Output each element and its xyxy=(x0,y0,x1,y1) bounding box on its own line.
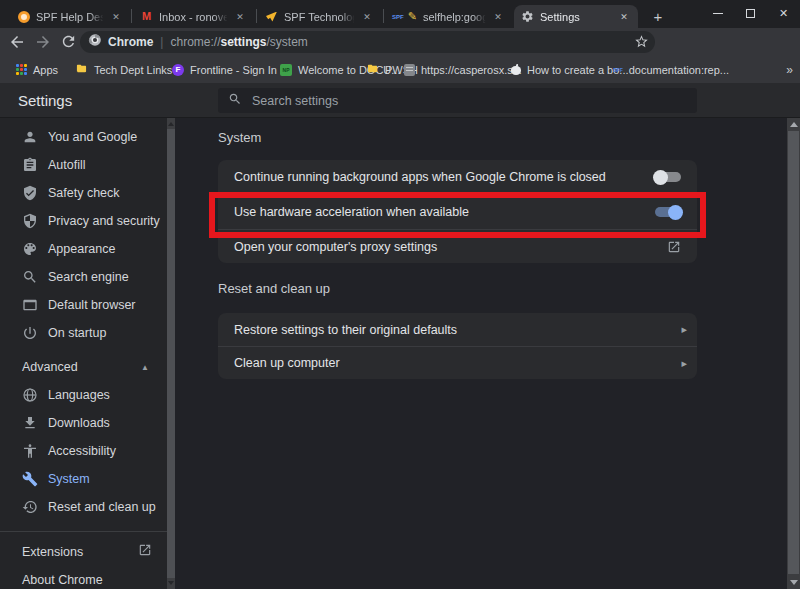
apple-icon xyxy=(511,64,521,75)
scroll-down-icon[interactable] xyxy=(790,580,798,585)
bookmarks-overflow-chevron[interactable]: » xyxy=(786,56,793,83)
forward-button[interactable] xyxy=(34,33,52,51)
bookmark-apps[interactable]: Apps xyxy=(16,56,58,83)
globe-icon xyxy=(22,387,38,403)
restore-icon xyxy=(22,499,38,515)
folder-icon xyxy=(75,63,88,76)
apps-grid-icon xyxy=(16,64,27,75)
sidebar-item-accessibility[interactable]: Accessibility xyxy=(0,437,167,465)
sidebar-divider xyxy=(0,531,167,532)
sidebar-item-reset-clean-up[interactable]: Reset and clean up xyxy=(0,493,167,521)
sidebar-item-downloads[interactable]: Downloads xyxy=(0,409,167,437)
bookmarks-bar: Apps Tech Dept Links F Frontline - Sign … xyxy=(0,56,800,83)
spf-favicon: SPF xyxy=(392,14,404,20)
sidebar-item-appearance[interactable]: Appearance xyxy=(0,235,167,263)
sidebar-item-safety-check[interactable]: Safety check xyxy=(0,179,167,207)
sidebar-item-search-engine[interactable]: Search engine xyxy=(0,263,167,291)
window-controls: ✕ xyxy=(701,0,800,26)
sidebar-item-default-browser[interactable]: Default browser xyxy=(0,291,167,319)
maximize-button[interactable] xyxy=(734,0,767,26)
close-icon[interactable]: ✕ xyxy=(617,10,631,24)
search-input[interactable] xyxy=(252,94,687,108)
close-icon[interactable]: ✕ xyxy=(109,10,123,24)
red-highlight-box xyxy=(209,192,706,238)
chevron-right-icon: ▸ xyxy=(681,357,687,370)
folder-icon xyxy=(366,63,379,76)
settings-search[interactable] xyxy=(218,88,697,113)
minimize-button[interactable] xyxy=(701,0,734,26)
tab-spf-help-desk[interactable]: SPF Help Desk - Grou ✕ xyxy=(10,5,130,28)
clipboard-icon xyxy=(22,157,38,173)
back-button[interactable] xyxy=(8,33,26,51)
bookmark-tech-dept-links[interactable]: Tech Dept Links xyxy=(75,56,172,83)
sidebar-advanced-toggle[interactable]: Advanced ▲ xyxy=(0,353,167,381)
bookmark-label: Apps xyxy=(33,64,58,76)
settings-body: You and Google Autofill Safety check Pri… xyxy=(0,118,800,589)
tab-spf-technology-helpdesk[interactable]: SPF Technology Helpd ✕ xyxy=(258,5,381,28)
row-restore-defaults[interactable]: Restore settings to their original defau… xyxy=(218,313,697,346)
close-window-button[interactable]: ✕ xyxy=(767,0,800,26)
row-clean-up-computer[interactable]: Clean up computer ▸ xyxy=(218,346,697,379)
paper-plane-icon xyxy=(265,10,278,23)
bookmark-star-icon[interactable] xyxy=(634,34,649,53)
sidebar-item-privacy-security[interactable]: Privacy and security xyxy=(0,207,167,235)
sidebar-item-about-chrome[interactable]: About Chrome xyxy=(0,566,167,589)
tab-divider xyxy=(131,9,132,23)
tab-gmail-inbox[interactable]: M Inbox - ronove@spfk1 ✕ xyxy=(133,5,254,28)
tab-label: Settings xyxy=(540,11,613,23)
lifebuoy-icon xyxy=(17,10,30,23)
sidebar-item-you-and-google[interactable]: You and Google xyxy=(0,123,167,151)
scrollbar-thumb[interactable] xyxy=(788,131,799,574)
url-text: chrome://settings/system xyxy=(170,35,307,49)
tab-strip: SPF Help Desk - Grou ✕ M Inbox - ronove@… xyxy=(0,0,800,28)
url-divider: | xyxy=(160,35,163,49)
bookmark-label: documentation:rep... xyxy=(629,64,729,76)
maximize-icon xyxy=(746,9,755,18)
main-scrollbar[interactable] xyxy=(787,118,800,589)
pencil-icon: ✎ xyxy=(408,10,417,23)
bookmark-label: Tech Dept Links xyxy=(94,64,172,76)
new-tab-button[interactable]: + xyxy=(646,5,670,28)
section-title-system: System xyxy=(218,130,261,145)
external-link-icon xyxy=(667,240,681,254)
browser-window: SPF Help Desk - Grou ✕ M Inbox - ronove@… xyxy=(0,0,800,589)
chrome-favicon xyxy=(88,33,102,51)
search-icon xyxy=(228,92,242,110)
bookmark-casperosx[interactable]: https://casperosx.s... xyxy=(404,56,522,83)
row-background-apps[interactable]: Continue running background apps when Go… xyxy=(218,160,697,194)
scroll-down-icon[interactable] xyxy=(168,581,174,585)
page-title: Settings xyxy=(18,83,72,118)
reset-card: Restore settings to their original defau… xyxy=(218,313,697,379)
close-icon[interactable]: ✕ xyxy=(233,10,247,24)
bookmark-how-to-create[interactable]: How to create a bo... xyxy=(511,56,629,83)
tab-divider xyxy=(256,9,257,23)
shield-check-icon xyxy=(22,185,38,201)
sidebar-item-autofill[interactable]: Autofill xyxy=(0,151,167,179)
scroll-up-icon[interactable] xyxy=(790,122,798,127)
bookmark-documentation[interactable]: SPF documentation:rep... xyxy=(613,56,729,83)
close-icon[interactable]: ✕ xyxy=(491,10,505,24)
sidebar-item-extensions[interactable]: Extensions xyxy=(0,538,167,566)
bookmark-label: https://casperosx.s... xyxy=(421,64,522,76)
tab-settings-active[interactable]: Settings ✕ xyxy=(514,5,638,28)
tab-selfhelp-wiki[interactable]: SPF ✎ selfhelp:google:ha ✕ xyxy=(385,5,512,28)
toggle-off[interactable] xyxy=(655,172,681,182)
tab-label: SPF Help Desk - Grou xyxy=(36,11,105,23)
scrollbar-thumb[interactable] xyxy=(167,129,175,578)
chevron-up-icon: ▲ xyxy=(141,363,149,372)
bookmark-frontline[interactable]: F Frontline - Sign In xyxy=(172,56,277,83)
palette-icon xyxy=(22,241,38,257)
sidebar-item-languages[interactable]: Languages xyxy=(0,381,167,409)
accessibility-icon xyxy=(22,443,38,459)
reload-button[interactable] xyxy=(60,33,78,51)
spf-icon: SPF xyxy=(613,67,623,73)
page-icon xyxy=(404,64,415,76)
omnibox[interactable]: Chrome | chrome://settings/system xyxy=(80,31,655,53)
gear-icon xyxy=(521,10,534,23)
sidebar-item-system[interactable]: System xyxy=(0,465,167,493)
sidebar-scrollbar[interactable] xyxy=(167,118,175,589)
chevron-right-icon: ▸ xyxy=(681,323,687,336)
scroll-up-icon[interactable] xyxy=(168,122,174,126)
sidebar-item-on-startup[interactable]: On startup xyxy=(0,319,167,347)
close-icon[interactable]: ✕ xyxy=(360,10,374,24)
